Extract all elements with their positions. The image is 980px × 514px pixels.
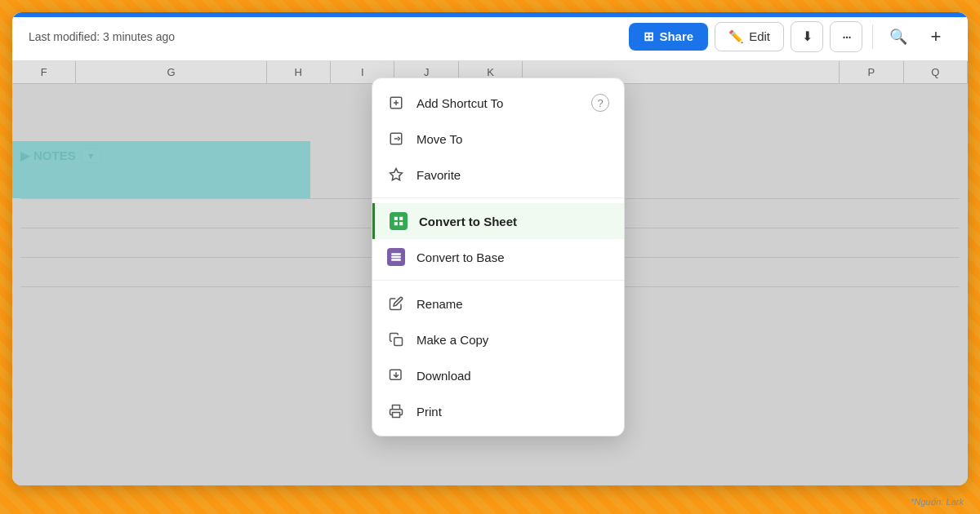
rename-label: Rename [416, 297, 463, 311]
convert-base-label: Convert to Base [416, 250, 505, 264]
sheet-icon [390, 212, 408, 230]
toolbar-divider [872, 24, 873, 49]
search-icon: 🔍 [889, 28, 907, 46]
svg-rect-2 [394, 217, 398, 220]
menu-item-convert-sheet[interactable]: Convert to Sheet [372, 203, 624, 239]
move-icon [387, 130, 405, 148]
divider-2 [372, 280, 624, 281]
share-grid-icon: ⊞ [644, 29, 654, 44]
menu-item-move-to[interactable]: Move To [372, 121, 624, 157]
share-label: Share [659, 29, 693, 43]
menu-item-download[interactable]: Download [372, 357, 624, 393]
col-q: Q [904, 61, 968, 83]
main-card: Last modified: 3 minutes ago ⊞ Share ✏️ … [12, 12, 968, 485]
menu-item-favorite[interactable]: Favorite [372, 157, 624, 193]
last-modified: Last modified: 3 minutes ago [29, 30, 175, 43]
svg-rect-9 [394, 338, 403, 346]
add-shortcut-label: Add Shortcut To [416, 96, 503, 110]
print-label: Print [416, 405, 442, 419]
col-p: P [840, 61, 903, 83]
svg-rect-6 [391, 253, 401, 255]
svg-marker-1 [390, 169, 403, 180]
menu-item-add-shortcut[interactable]: Add Shortcut To ? [372, 85, 624, 121]
make-copy-label: Make a Copy [416, 333, 488, 347]
favorite-label: Favorite [416, 168, 461, 182]
edit-button[interactable]: ✏️ Edit [715, 22, 784, 51]
shortcut-icon [387, 94, 405, 112]
menu-item-print[interactable]: Print [372, 393, 624, 429]
teal-cell [12, 141, 310, 198]
download-icon: ⬇ [802, 29, 813, 44]
toolbar-actions: ⊞ Share ✏️ Edit ⬇ ··· 🔍 + [629, 21, 951, 52]
sheet-area: F G H I J K P Q ▶ NOTES ▼ [12, 61, 968, 485]
move-to-label: Move To [416, 132, 462, 146]
menu-item-rename[interactable]: Rename [372, 286, 624, 321]
col-h: H [267, 61, 331, 83]
print-icon [387, 402, 405, 420]
top-accent [12, 12, 968, 17]
convert-sheet-label: Convert to Sheet [419, 215, 517, 228]
add-button[interactable]: + [920, 21, 951, 52]
more-icon: ··· [842, 27, 851, 46]
search-button[interactable]: 🔍 [883, 21, 914, 52]
star-icon [387, 166, 405, 184]
question-icon: ? [591, 94, 609, 112]
col-f: F [12, 61, 76, 83]
menu-item-convert-base[interactable]: Convert to Base [372, 239, 624, 275]
download-button[interactable]: ⬇ [791, 21, 823, 52]
svg-rect-11 [393, 413, 400, 418]
download-label: Download [416, 369, 471, 383]
base-icon [387, 248, 405, 266]
svg-rect-3 [399, 217, 403, 220]
col-g: G [76, 61, 266, 83]
menu-item-make-copy[interactable]: Make a Copy [372, 321, 624, 357]
copy-icon [387, 330, 405, 348]
plus-icon: + [931, 26, 942, 47]
more-button[interactable]: ··· [830, 21, 862, 52]
attribution: *Nguồn: Lark [911, 497, 964, 507]
toolbar: Last modified: 3 minutes ago ⊞ Share ✏️ … [12, 12, 968, 61]
edit-label: Edit [749, 29, 770, 43]
pencil-icon: ✏️ [728, 29, 744, 44]
svg-rect-7 [391, 256, 401, 258]
help-button[interactable]: ? [591, 94, 609, 112]
svg-rect-4 [394, 222, 398, 225]
share-button[interactable]: ⊞ Share [629, 23, 708, 51]
svg-rect-8 [391, 259, 401, 260]
download-menu-icon [387, 366, 405, 384]
context-menu: Add Shortcut To ? Move To [372, 78, 625, 436]
svg-rect-5 [399, 222, 403, 225]
divider-1 [372, 197, 624, 198]
rename-icon [387, 295, 405, 312]
